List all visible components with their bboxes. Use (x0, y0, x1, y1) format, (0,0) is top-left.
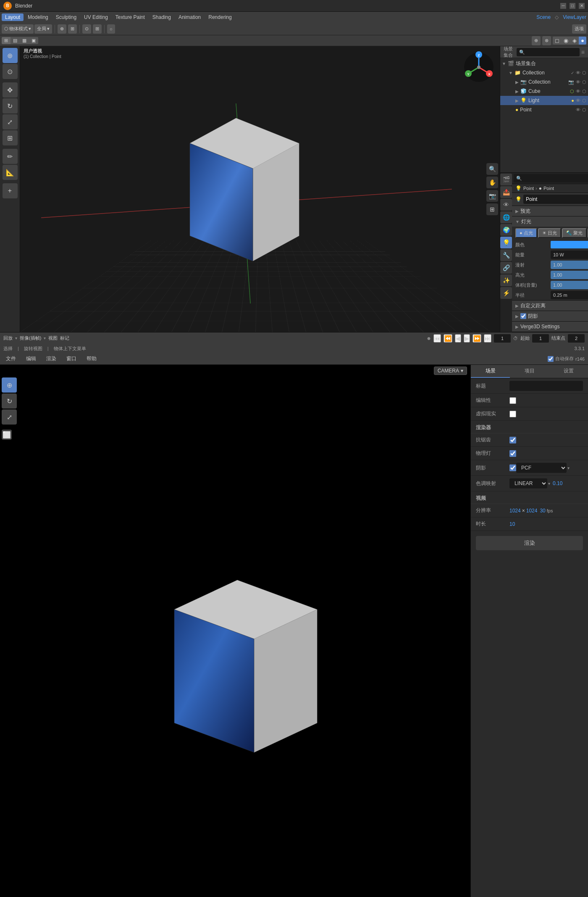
snap-btn[interactable]: ⊕ (58, 24, 66, 34)
solid-shading[interactable]: ◉ (562, 37, 570, 45)
menu-uv-editing[interactable]: UV Editing (81, 13, 111, 21)
shadow-header[interactable]: ▶ 阴影 ≡ (512, 311, 588, 321)
zoom-btn[interactable]: 🔍 (486, 163, 498, 175)
menu-sculpting[interactable]: Sculpting (52, 13, 80, 21)
antialiasing-checkbox[interactable] (509, 437, 516, 443)
render-icon-camera[interactable]: ⬡ (582, 79, 586, 85)
material-shading[interactable]: ◈ (570, 37, 579, 45)
step-fwd-btn[interactable]: ⏩ (472, 334, 481, 343)
outliner-filter-btn[interactable]: ≡ (581, 49, 585, 55)
play-btn[interactable]: ▶ (464, 334, 470, 343)
vr-checkbox[interactable] (509, 411, 516, 417)
render-button[interactable]: 渲染 (476, 536, 583, 550)
outliner-light[interactable]: ▶ 💡 Light ● 👁 ⬡ (500, 96, 588, 105)
annotate-tool[interactable]: ✏ (3, 149, 18, 164)
props-tab-render[interactable]: 🎬 (500, 174, 512, 185)
view-btn-1[interactable]: ⊞ (2, 37, 10, 44)
pivot-btn[interactable]: ⊙ (82, 24, 91, 34)
menu-shading[interactable]: Shading (149, 13, 174, 21)
shadow-settings-checkbox[interactable] (509, 464, 516, 471)
render-icon-point[interactable]: ⬡ (582, 107, 586, 113)
auto-save-checkbox[interactable] (548, 356, 554, 362)
preview-header[interactable]: ▶ 预览 (512, 206, 588, 216)
step-back-btn[interactable]: ⏪ (444, 334, 452, 343)
tone-mapping-select[interactable]: LINEAR ACES Filmic Reinhard (509, 478, 547, 488)
settings-tab-scene[interactable]: 场景 (471, 365, 510, 378)
render-icon-light[interactable]: ⬡ (582, 98, 586, 103)
outliner-scene-collection[interactable]: ▼ 🎬 场景集合 (500, 59, 588, 68)
maximize-button[interactable]: □ (570, 3, 575, 9)
volume-input[interactable] (551, 281, 588, 289)
view-btn-2[interactable]: ▤ (10, 37, 20, 44)
verge3d-header[interactable]: ▶ Verge3D Settings (512, 322, 588, 332)
menu-modeling[interactable]: Modeling (24, 13, 52, 21)
settings-tab-project[interactable]: 项目 (510, 365, 549, 378)
camera-btn[interactable]: 📷 (486, 190, 498, 202)
shadow-enabled-checkbox[interactable] (520, 313, 526, 319)
transform-tool[interactable]: ⊞ (3, 130, 18, 145)
title-input[interactable] (509, 381, 583, 391)
eye-icon-camera[interactable]: 👁 (576, 79, 580, 84)
props-tab-physics[interactable]: ⚡ (500, 287, 512, 299)
menu-texture-paint[interactable]: Texture Paint (112, 13, 148, 21)
outliner-collection[interactable]: ▼ 📁 Collection ✓ 👁 ⬡ (500, 68, 588, 77)
outliner-point[interactable]: ● Point 👁 ⬡ (500, 105, 588, 114)
render-icon-cube[interactable]: ⬡ (582, 89, 586, 94)
shadow-type-select[interactable]: PCF PCSS ESM Basic (516, 463, 567, 473)
color-picker[interactable] (551, 241, 588, 248)
orientation-btn[interactable]: ⊞ (93, 24, 102, 34)
gizmo-btn[interactable]: ⊗ (542, 36, 551, 45)
point-light-btn[interactable]: ● 点光 (515, 228, 537, 238)
transform-btn[interactable]: ⊞ (68, 24, 77, 34)
props-tab-view[interactable]: 👁 (500, 199, 512, 211)
add-tool[interactable]: + (3, 183, 18, 198)
measure-tool[interactable]: 📐 (3, 165, 18, 180)
props-tab-constraints[interactable]: 🔗 (500, 262, 512, 274)
rotate-tool[interactable]: ↻ (3, 98, 18, 113)
outliner-cube[interactable]: ▶ 🧊 Cube ⬡ 👁 ⬡ (500, 87, 588, 96)
props-search-input[interactable] (514, 174, 588, 182)
viewport-3d[interactable]: 用户透视 (1) Collection | Point (20, 46, 500, 332)
playback-dropdown[interactable]: ▾ (15, 336, 17, 340)
props-tab-object-data[interactable]: 💡 (500, 237, 512, 248)
editable-checkbox[interactable] (509, 397, 516, 404)
skip-end-btn[interactable]: ⏭ (484, 334, 491, 343)
select-tool[interactable]: ⊕ (3, 48, 18, 63)
overlays-btn[interactable]: ⊕ (532, 36, 541, 45)
select-all-btn[interactable]: 全局 ▾ (34, 24, 52, 34)
pan-btn[interactable]: ✋ (486, 177, 498, 188)
help-menu[interactable]: 帮助 (84, 354, 99, 363)
eye-icon-light[interactable]: 👁 (576, 98, 580, 103)
options-btn[interactable]: 选项 (572, 24, 586, 34)
props-tab-modifier[interactable]: 🔧 (500, 249, 512, 261)
file-menu[interactable]: 文件 (3, 354, 18, 363)
radius-input[interactable] (551, 291, 588, 299)
minimize-button[interactable]: ─ (560, 3, 566, 9)
capture-dropdown[interactable]: ▾ (44, 336, 46, 340)
energy-input[interactable]: 10 W (551, 251, 588, 259)
current-frame-input[interactable] (494, 334, 511, 343)
play-back-btn[interactable]: ◀ (455, 334, 461, 343)
camera-rotate-tool[interactable]: ↻ (2, 393, 17, 409)
mode-selector[interactable]: ⬡ 物体模式 ▾ (2, 24, 34, 34)
start-frame-input[interactable] (532, 334, 549, 343)
skip-start-btn[interactable]: ⏮ (433, 334, 441, 343)
props-tab-output[interactable]: 📤 (500, 186, 512, 198)
view-btn-4[interactable]: ▣ (29, 37, 38, 44)
props-tab-world[interactable]: 🌍 (500, 224, 512, 236)
physical-lights-checkbox[interactable] (509, 450, 516, 457)
eye-icon-point[interactable]: 👁 (576, 107, 580, 112)
object-name-input[interactable] (523, 195, 588, 204)
camera-selector[interactable]: CAMERA ▾ (434, 367, 467, 375)
camera-extra-tool[interactable]: ⬜ (2, 430, 12, 440)
sun-light-btn[interactable]: ☀ 日光 (538, 228, 561, 238)
specular-input[interactable] (551, 271, 588, 279)
move-tool[interactable]: ✥ (3, 82, 18, 98)
close-button[interactable]: ✕ (579, 3, 585, 9)
eye-icon-cube[interactable]: 👁 (576, 89, 580, 94)
outliner-search[interactable] (517, 48, 580, 56)
grid-btn[interactable]: ⊞ (486, 203, 498, 215)
menu-layout[interactable]: Layout (2, 13, 24, 21)
scale-tool[interactable]: ⤢ (3, 114, 18, 129)
custom-distance-header[interactable]: ▶ 自定义距离 (512, 301, 588, 311)
